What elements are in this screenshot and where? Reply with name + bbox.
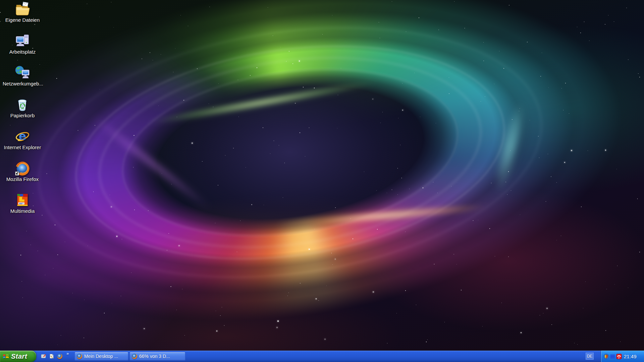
star [546, 201, 546, 201]
star [351, 219, 351, 219]
star [237, 252, 237, 252]
quick-launch-overflow-chevron[interactable]: » [66, 351, 69, 356]
multimedia-icon [15, 192, 30, 208]
firefox-quick-launch-icon[interactable] [57, 354, 62, 359]
star [419, 17, 419, 18]
star [577, 27, 577, 27]
desktop-icon-arbeitsplatz[interactable]: Arbeitsplatz [3, 33, 42, 64]
star [548, 87, 549, 88]
star [216, 330, 218, 332]
star [88, 246, 88, 246]
star [521, 332, 522, 334]
star [178, 245, 180, 246]
star [382, 112, 383, 112]
star [276, 327, 278, 328]
star [326, 286, 327, 286]
star [240, 221, 240, 221]
star [31, 245, 31, 245]
star [423, 187, 423, 188]
desktop-icon-label: Multimedia [3, 208, 42, 214]
star [614, 21, 614, 22]
star [202, 161, 202, 162]
start-button[interactable]: Start [0, 351, 36, 362]
windows-logo-icon [2, 353, 10, 360]
star [565, 83, 566, 83]
star [494, 84, 494, 84]
star [628, 59, 629, 60]
star [299, 60, 300, 62]
star [542, 53, 542, 53]
desktop-icon-label: Netzwerkumgeb... [3, 81, 42, 86]
star [577, 344, 578, 345]
star [551, 176, 551, 177]
star [305, 156, 305, 157]
star [503, 68, 504, 69]
taskbar: Start [0, 351, 644, 362]
star [80, 109, 80, 109]
star [637, 198, 638, 199]
star [284, 163, 285, 163]
star [405, 232, 406, 232]
security-shield-icon[interactable] [603, 354, 609, 359]
star [273, 36, 273, 36]
star [495, 256, 495, 256]
star [438, 29, 439, 30]
star [433, 182, 433, 182]
desktop-icon-mozilla-firefox[interactable]: Mozilla Firefox [3, 161, 42, 191]
star [289, 51, 289, 52]
desktop-icon-netzwerkumgebung[interactable]: Netzwerkumgeb... [3, 65, 42, 96]
star [104, 313, 104, 313]
desktop-icon-label: Papierkorb [3, 113, 42, 118]
star [133, 135, 134, 136]
star [116, 236, 118, 237]
desktop-icon-eigene-dateien[interactable]: Eigene Dateien [3, 1, 42, 32]
star [519, 111, 519, 111]
star [56, 78, 57, 79]
taskbar-window-button-firefox-1[interactable]: Mein Desktop ... [74, 352, 128, 361]
star [57, 254, 58, 255]
desktop-icon-multimedia[interactable]: Multimedia [3, 192, 42, 223]
star [401, 178, 402, 178]
desktop-icon-label: Internet Explorer [3, 145, 42, 150]
star [268, 7, 268, 8]
star [454, 1, 454, 2]
star [283, 197, 283, 198]
star [322, 34, 323, 35]
star [563, 110, 564, 110]
desktop-icon-papierkorb[interactable]: Papierkorb [3, 97, 42, 128]
star [427, 340, 428, 340]
star [489, 228, 490, 229]
star [606, 289, 607, 289]
star [111, 206, 112, 207]
star [224, 325, 224, 325]
star [639, 77, 640, 77]
star [380, 38, 380, 38]
desktop-icon-internet-explorer[interactable]: e Internet Explorer [3, 129, 42, 160]
firefox-icon [132, 354, 137, 359]
language-indicator[interactable]: DE [586, 353, 594, 360]
show-desktop-icon[interactable] [41, 354, 46, 359]
star [286, 61, 286, 61]
connection-bars-icon[interactable] [610, 354, 615, 359]
star [45, 275, 45, 275]
star [183, 100, 184, 101]
star [218, 185, 218, 185]
star [588, 150, 588, 151]
star [478, 220, 478, 220]
star [512, 119, 512, 120]
star [225, 155, 225, 156]
star [405, 290, 406, 291]
star [153, 60, 153, 60]
star [485, 97, 485, 97]
star [332, 264, 333, 265]
taskbar-window-button-firefox-2[interactable]: 66% von 3 D... [129, 352, 185, 361]
avira-antivir-icon[interactable] [616, 354, 622, 359]
document-pen-icon[interactable] [49, 354, 54, 359]
star [122, 239, 122, 239]
star [180, 15, 181, 15]
star [434, 264, 434, 264]
star [93, 191, 94, 192]
star [605, 330, 606, 330]
star [251, 204, 252, 205]
star [57, 345, 58, 345]
